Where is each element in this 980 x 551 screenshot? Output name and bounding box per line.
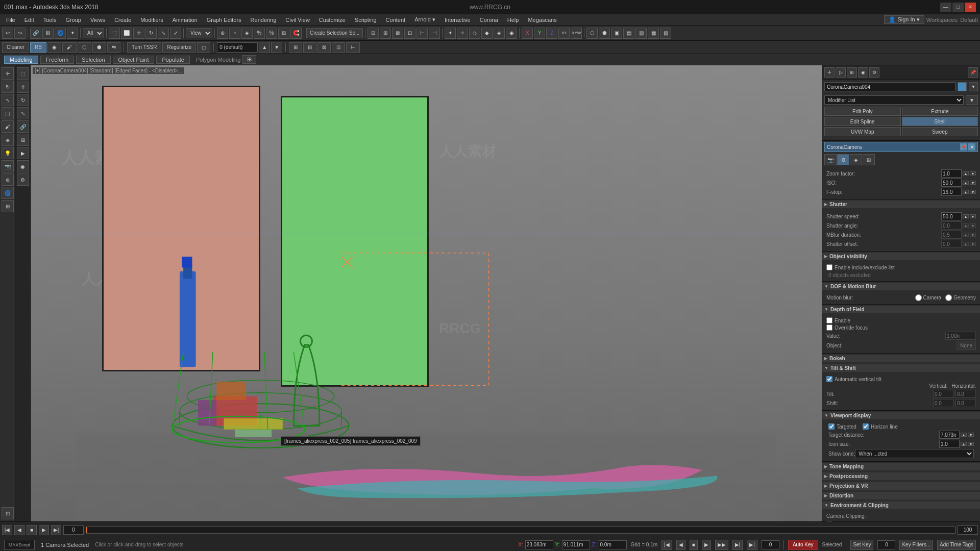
edit-poly-btn[interactable]: Edit Poly [824,107,901,116]
tool-l[interactable]: ✧ [457,28,468,39]
z-coord-input[interactable] [599,540,627,549]
dof-enable-checkbox[interactable] [826,317,832,323]
env-clipping-header[interactable]: ▼ Environment & Clipping [822,502,980,509]
dof-object-btn[interactable]: None [957,341,976,350]
percent-b[interactable]: % [266,28,277,39]
tool-w[interactable]: ▧ [660,28,671,39]
dof-value-input[interactable] [945,332,976,340]
camera-color-button[interactable] [958,82,967,91]
x-axis[interactable]: X [522,28,533,39]
shift-input[interactable] [933,399,953,407]
input-dn[interactable]: ▼ [271,42,282,53]
tool-n[interactable]: ◆ [481,28,493,39]
tl-play-reverse[interactable]: ◀ [14,525,24,535]
bokeh-header[interactable]: ▶ Bokeh [822,355,980,362]
lt-lights[interactable]: 💡 [2,147,14,159]
menu-modifiers[interactable]: Modifiers [136,16,167,24]
modifier-list-dropdown[interactable]: Modifier List [824,95,964,105]
tool-q[interactable]: ⬡ [586,28,598,39]
auto-key-btn[interactable]: Auto Key [788,540,818,550]
shutter-offset-input[interactable] [941,240,962,248]
tool-t[interactable]: ▤ [623,28,634,39]
percent-a[interactable]: % [254,28,265,39]
tool-d[interactable]: ⊞ [278,28,289,39]
menu-corona[interactable]: Corona [476,16,502,24]
rotate-button[interactable]: ↻ [145,28,157,39]
tab-modeling[interactable]: Modeling [4,56,38,64]
tool-o[interactable]: ◈ [494,28,505,39]
lt-helpers[interactable]: ⊕ [2,173,14,186]
tool-g[interactable]: ⊠ [392,28,403,39]
select-region[interactable]: ⬜ [121,28,132,39]
rp-tab-1[interactable]: 📷 [824,154,837,165]
menu-file[interactable]: File [2,16,19,24]
shutter-speed-input[interactable] [941,212,962,220]
geometry-radio-input[interactable] [945,294,952,301]
tilt-shift-header[interactable]: ▼ Tilt & Shift [822,364,980,372]
sym-button[interactable]: ⇋ [107,42,120,53]
view-dropdown[interactable]: View [186,28,212,38]
link-button[interactable]: 🔗 [30,28,41,39]
tool-k[interactable]: ✦ [445,28,456,39]
fstop-input[interactable] [941,188,962,196]
lt-paint[interactable]: 🖌 [2,120,14,133]
menu-edit[interactable]: Edit [20,16,38,24]
unlink-button[interactable]: ⛓ [42,28,54,39]
lt-shape[interactable]: ◈ [2,134,14,146]
y-axis[interactable]: Y [534,28,545,39]
select-object[interactable]: ⬚ [109,28,120,39]
camera-settings-btn[interactable]: ▼ [969,82,978,91]
is-up[interactable]: ▲ [961,442,967,446]
distortion-header[interactable]: ▶ Distortion [822,492,980,499]
menu-group[interactable]: Group [61,16,85,24]
filter-dropdown[interactable]: All [83,28,104,38]
lt2-scale[interactable]: ⤡ [17,107,29,119]
rb-button[interactable]: RB [30,42,46,53]
tilt-input[interactable] [933,390,953,398]
tone-mapping-header[interactable]: ▶ Tone Mapping [822,463,980,470]
add-time-tags-btn[interactable]: Add Time Tags [937,540,976,550]
menu-animation[interactable]: Animation [168,16,202,24]
fstop-up[interactable]: ▲ [963,190,969,194]
bind-space-warp[interactable]: 🌀 [55,28,66,39]
menu-tools[interactable]: Tools [39,16,61,24]
scale-button[interactable]: ⤡ [158,28,169,39]
paint-button[interactable]: 🖌 [62,42,77,53]
obj-visibility-header[interactable]: ▶ Object visibility [822,253,980,260]
key-filters-btn[interactable]: Key Filters... [899,540,933,550]
cleaner-button[interactable]: Cleaner [2,42,29,53]
shell-btn[interactable]: Shell [902,117,978,126]
lt-systems[interactable]: ⊞ [2,200,14,212]
camera-name-input[interactable] [824,82,955,91]
iso-up[interactable]: ▲ [963,181,969,185]
menu-help[interactable]: Help [503,16,523,24]
ss-dn[interactable]: ▼ [970,214,976,218]
auto-vert-tilt-checkbox[interactable] [826,376,832,382]
shutter-angle-input[interactable] [941,221,962,230]
timeline-track[interactable] [86,527,955,534]
targeted-checkbox[interactable] [828,423,835,430]
rp-icon-pin[interactable]: 📌 [968,67,978,78]
menu-views[interactable]: Views [86,16,109,24]
ss-up[interactable]: ▲ [963,214,969,218]
icon-size-input[interactable] [939,440,960,448]
tl-end-frame[interactable] [958,525,978,535]
show-cone-dropdown[interactable]: When ...cted [855,449,974,458]
redo-button[interactable]: ↪ [14,28,26,39]
menu-rendering[interactable]: Rendering [247,16,281,24]
tl-current-frame[interactable] [63,525,84,535]
so-up[interactable]: ▲ [963,242,969,246]
menu-graph-editors[interactable]: Graph Editors [203,16,246,24]
input-up[interactable]: ▲ [259,42,270,53]
tab-freeform[interactable]: Freeform [40,56,75,64]
fstop-dn[interactable]: ▼ [970,190,976,194]
tool-f[interactable]: ⊞ [380,28,391,39]
tool-h[interactable]: ⊡ [404,28,415,39]
key-frame-input[interactable] [877,540,895,549]
enable-include-checkbox[interactable] [826,264,832,270]
so-dn[interactable]: ▼ [970,242,976,246]
rp-icon-motion[interactable]: ▷ [836,67,846,78]
lt2-link[interactable]: 🔗 [17,120,29,133]
lt-camera[interactable]: 📷 [2,160,14,172]
td-up[interactable]: ▲ [961,433,967,437]
